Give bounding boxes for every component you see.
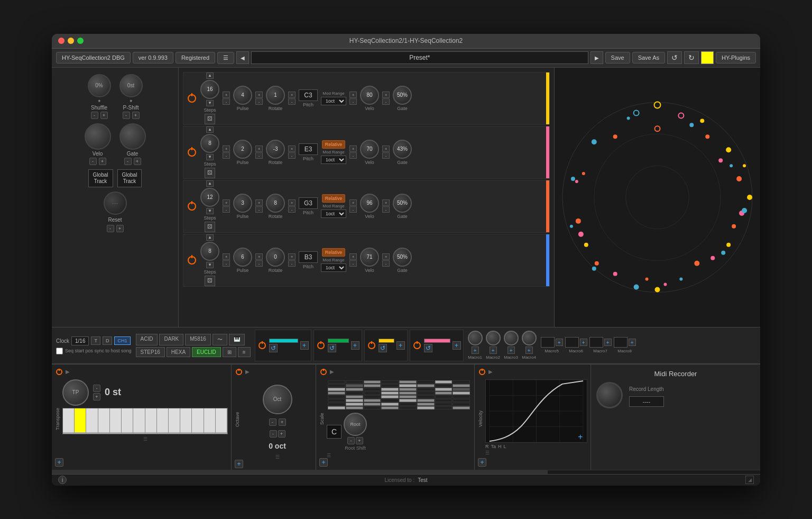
macro4-add[interactable]: +	[525, 347, 533, 354]
seq2-pitch-up[interactable]: +	[288, 145, 296, 152]
key-e[interactable]	[86, 408, 98, 434]
key-f[interactable]	[98, 408, 110, 434]
seq1-velo-knob[interactable]: 80	[360, 86, 379, 105]
ch2-add[interactable]: +	[351, 341, 359, 350]
t-btn[interactable]: T	[91, 336, 100, 345]
shuffle-minus[interactable]: -	[91, 112, 98, 119]
ch2-power[interactable]	[316, 341, 326, 350]
seq1-velo-up[interactable]: +	[349, 92, 357, 98]
preset-name[interactable]: Preset*	[251, 51, 588, 64]
seq3-velo-up[interactable]: +	[349, 199, 357, 206]
undo-btn[interactable]: ↺	[667, 51, 682, 64]
seq2-steps-knob[interactable]: 8	[200, 134, 219, 153]
macro6-add[interactable]: +	[580, 339, 587, 346]
seq3-steps-knob[interactable]: 12	[200, 188, 219, 207]
velocity-menu[interactable]: ☰	[485, 450, 587, 456]
ch4-add[interactable]: +	[453, 341, 461, 350]
seq4-pulse-knob[interactable]: 6	[233, 248, 252, 267]
m5816-btn[interactable]: M5816	[185, 334, 211, 345]
seq2-gate-up[interactable]: +	[382, 145, 390, 152]
maximize-btn[interactable]	[77, 38, 84, 44]
oct-minus2[interactable]: -	[270, 430, 277, 438]
bars-btn[interactable]: ≡	[238, 347, 251, 357]
plugin-name-btn[interactable]: HY-SeqCollection2 DBG	[56, 52, 131, 63]
macro3-knob[interactable]	[504, 331, 519, 345]
pshift-knob[interactable]: 0st	[119, 74, 143, 97]
seq4-steps-up[interactable]: ▲	[206, 234, 214, 241]
seq4-rotate-knob[interactable]: 0	[266, 248, 285, 267]
key-g2[interactable]	[192, 408, 204, 434]
ch4-loop[interactable]: ↺	[424, 344, 432, 352]
seq3-rotate-knob[interactable]: 8	[266, 194, 285, 213]
save-btn[interactable]: Save	[605, 52, 630, 63]
velocity-play[interactable]: ▶	[488, 369, 493, 375]
seq3-power[interactable]	[187, 201, 197, 212]
macro1-knob[interactable]	[468, 331, 483, 345]
reset-knob[interactable]: ----	[104, 192, 127, 215]
seq3-gate-down[interactable]: -	[382, 206, 390, 213]
seq4-velo-knob[interactable]: 71	[360, 248, 379, 267]
record-length-val[interactable]: ----	[629, 396, 664, 407]
scrollbar[interactable]	[52, 470, 760, 474]
macro4-knob[interactable]	[522, 331, 537, 345]
seq1-pitch-up[interactable]: +	[288, 92, 296, 98]
macro7-add[interactable]: +	[604, 339, 612, 346]
seq2-gate-down[interactable]: -	[382, 152, 390, 159]
gate-knob[interactable]	[119, 123, 146, 150]
seq4-gate-up[interactable]: +	[382, 253, 390, 260]
seq1-mod-range-select[interactable]: 1oct	[321, 97, 346, 105]
redo-btn[interactable]: ↻	[684, 51, 699, 64]
seq4-velo-up[interactable]: +	[349, 253, 357, 260]
tp-knob[interactable]: TP	[62, 379, 89, 406]
info-btn[interactable]: i	[58, 476, 67, 484]
seq2-rotate-knob[interactable]: -3	[266, 140, 285, 159]
seq4-pitch-val[interactable]: B3	[299, 251, 318, 263]
scale-menu[interactable]: ☰	[327, 453, 471, 458]
euclid-btn[interactable]: EUCLID	[192, 347, 221, 357]
seq3-gate-knob[interactable]: 50%	[393, 194, 412, 213]
key-b2[interactable]	[216, 408, 227, 434]
seq3-pulse-down[interactable]: -	[223, 206, 230, 213]
seq3-mod-range-select[interactable]: 1oct	[321, 210, 346, 218]
acid-btn[interactable]: ACID	[136, 334, 158, 345]
seq1-gate-up[interactable]: +	[382, 92, 390, 98]
ch1-add[interactable]: +	[300, 341, 309, 350]
ch-btn[interactable]: CH1	[114, 336, 130, 345]
preset-next-btn[interactable]: ▶	[590, 51, 603, 64]
shuffle-plus[interactable]: +	[100, 112, 108, 119]
seq1-pulse-down[interactable]: -	[223, 98, 230, 105]
ch4-power[interactable]	[412, 341, 422, 350]
gate-minus[interactable]: -	[124, 158, 132, 165]
seq3-steps-down[interactable]: ▼	[206, 208, 214, 214]
shuffle-knob[interactable]: 0%	[88, 74, 111, 97]
macro5-add[interactable]: +	[556, 339, 563, 346]
step16-btn[interactable]: STEP16	[136, 347, 165, 357]
seq1-rotate-down[interactable]: -	[255, 98, 263, 105]
seq1-pulse-up[interactable]: +	[223, 92, 230, 98]
oct-knob[interactable]: Oct	[263, 385, 292, 414]
resize-handle[interactable]: ◢	[745, 476, 754, 484]
seq3-steps-up[interactable]: ▲	[206, 180, 214, 187]
seq1-gate-down[interactable]: -	[382, 98, 390, 105]
sync-checkbox[interactable]	[56, 348, 63, 354]
oct-minus[interactable]: -	[269, 418, 276, 426]
hexa-btn[interactable]: HEXA	[167, 347, 190, 357]
menu-btn[interactable]: ☰	[217, 52, 234, 64]
seq2-pitch-val[interactable]: E3	[299, 143, 318, 155]
gate-plus[interactable]: +	[134, 158, 141, 165]
oct-plus[interactable]: +	[279, 418, 286, 426]
piano-keyboard[interactable]	[62, 408, 228, 434]
seq3-rotate-up[interactable]: +	[255, 199, 263, 206]
octave-menu[interactable]: ☰	[275, 454, 280, 460]
ch3-loop[interactable]: ↺	[379, 344, 387, 352]
seq3-pitch-down[interactable]: -	[288, 206, 296, 213]
ch2-loop[interactable]: ↺	[328, 344, 336, 352]
transpose-play[interactable]: ▶	[66, 369, 70, 375]
seq2-steps-down[interactable]: ▼	[206, 154, 214, 160]
seq4-steps-knob[interactable]: 8	[200, 242, 219, 261]
seq1-dice[interactable]: ⚄	[205, 114, 215, 124]
transpose-menu-icon[interactable]: ☰	[62, 436, 228, 442]
global-track-btn-1[interactable]: GlobalTrack	[88, 169, 113, 187]
velo-plus[interactable]: +	[99, 158, 106, 165]
seq4-gate-knob[interactable]: 50%	[393, 248, 412, 267]
